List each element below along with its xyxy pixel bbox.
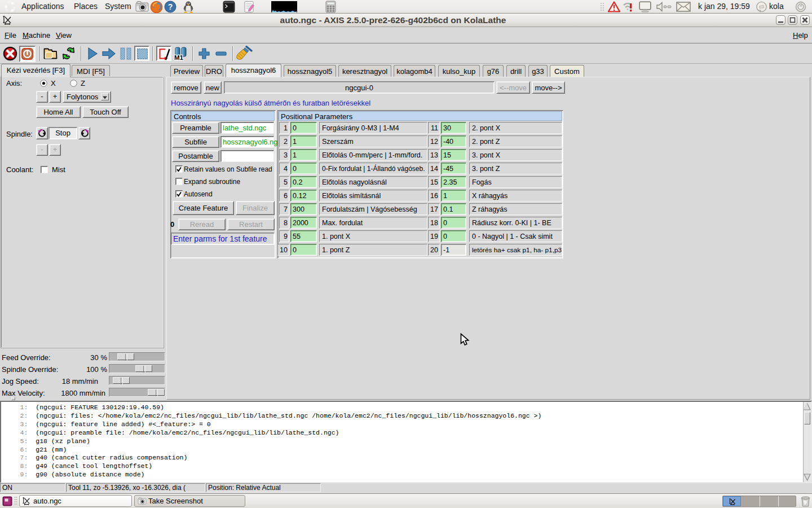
svg-text:?: ? <box>168 2 173 11</box>
svg-text:M1: M1 <box>174 54 184 61</box>
